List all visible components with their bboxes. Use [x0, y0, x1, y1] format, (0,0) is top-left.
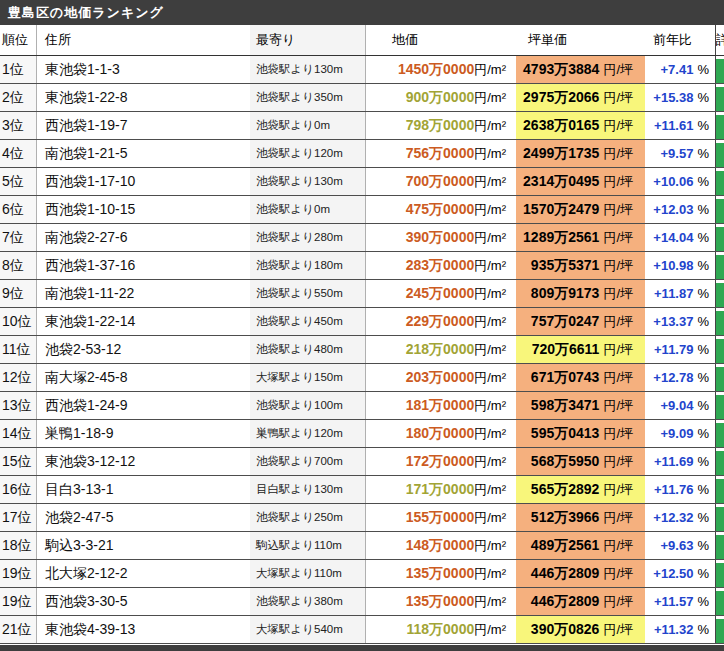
rank-cell: 16位 — [0, 476, 37, 503]
tsubo-value: 2499万1735 — [523, 145, 599, 163]
tsubo-unit: 円/坪 — [603, 201, 633, 219]
price-value: 155万0000 — [406, 509, 475, 527]
rank-cell: 18位 — [0, 532, 37, 559]
price-value: 283万0000 — [406, 257, 475, 275]
detail-cell — [716, 616, 724, 643]
rank-cell: 2位 — [0, 84, 37, 111]
price-cell: 229万0000円/m² — [366, 308, 516, 335]
price-cell: 148万0000円/m² — [366, 532, 516, 559]
address-cell: 南池袋1-11-22 — [37, 280, 250, 307]
price-unit: 円/m² — [474, 145, 506, 163]
detail-cell — [716, 196, 724, 223]
station-cell: 池袋駅より120m — [250, 140, 366, 167]
table-row: 13位西池袋1-24-9池袋駅より100m181万0000円/m²598万347… — [0, 392, 724, 420]
station-cell: 池袋駅より480m — [250, 336, 366, 363]
detail-button[interactable] — [716, 423, 724, 447]
table-row: 19位北大塚2-12-2大塚駅より110m135万0000円/m²446万280… — [0, 560, 724, 588]
detail-button[interactable] — [716, 619, 724, 643]
rank-cell: 4位 — [0, 140, 37, 167]
detail-button[interactable] — [716, 451, 724, 475]
yoy-value: +14.04 — [653, 230, 693, 245]
tsubo-value: 1289万2561 — [523, 229, 599, 247]
price-cell: 135万0000円/m² — [366, 588, 516, 615]
price-value: 475万0000 — [406, 201, 475, 219]
price-value: 245万0000 — [406, 285, 475, 303]
detail-button[interactable] — [716, 339, 724, 363]
price-value: 172万0000 — [406, 453, 475, 471]
price-unit: 円/m² — [474, 369, 506, 387]
detail-cell — [716, 168, 724, 195]
address-cell: 西池袋1-19-7 — [37, 112, 250, 139]
detail-button[interactable] — [716, 395, 724, 419]
detail-button[interactable] — [716, 199, 724, 223]
detail-button[interactable] — [716, 507, 724, 531]
yoy-value: +11.76 — [654, 482, 693, 497]
price-unit: 円/m² — [474, 117, 506, 135]
table-row: 8位西池袋1-37-16池袋駅より180m283万0000円/m²935万537… — [0, 252, 724, 280]
address-cell: 東池袋3-12-12 — [37, 448, 250, 475]
rank-cell: 6位 — [0, 196, 37, 223]
detail-cell — [716, 252, 724, 279]
detail-button[interactable] — [716, 87, 724, 111]
yoy-cell: +11.57% — [645, 588, 716, 615]
tsubo-price-cell: 935万5371円/坪 — [516, 252, 645, 279]
tsubo-unit: 円/坪 — [603, 537, 633, 555]
yoy-cell: +12.78% — [645, 364, 716, 391]
tsubo-unit: 円/坪 — [603, 117, 633, 135]
percent-sign: % — [697, 230, 709, 245]
yoy-value: +10.98 — [653, 258, 693, 273]
tsubo-price-cell: 2975万2066円/坪 — [516, 84, 645, 111]
price-unit: 円/m² — [474, 565, 506, 583]
price-value: 700万0000 — [406, 173, 475, 191]
price-unit: 円/m² — [474, 397, 506, 415]
price-value: 180万0000 — [406, 425, 475, 443]
price-unit: 円/m² — [474, 173, 506, 191]
address-cell: 巣鴨1-18-9 — [37, 420, 250, 447]
yoy-value: +12.32 — [653, 510, 693, 525]
detail-button[interactable] — [716, 479, 724, 503]
yoy-cell: +9.63% — [645, 532, 716, 559]
price-value: 171万0000 — [406, 481, 475, 499]
detail-button[interactable] — [716, 591, 724, 615]
tsubo-value: 512万3966 — [531, 509, 600, 527]
tsubo-price-cell: 809万9173円/坪 — [516, 280, 645, 307]
tsubo-value: 446万2809 — [531, 565, 600, 583]
station-cell: 池袋駅より130m — [250, 168, 366, 195]
detail-cell — [716, 364, 724, 391]
yoy-value: +9.09 — [661, 426, 694, 441]
table-row: 14位巣鴨1-18-9巣鴨駅より120m180万0000円/m²595万0413… — [0, 420, 724, 448]
price-cell: 283万0000円/m² — [366, 252, 516, 279]
detail-button[interactable] — [716, 255, 724, 279]
tsubo-price-cell: 568万5950円/坪 — [516, 448, 645, 475]
price-value: 135万0000 — [406, 565, 475, 583]
yoy-value: +7.41 — [661, 62, 694, 77]
col-header-station: 最寄り — [250, 25, 366, 55]
detail-button[interactable] — [716, 171, 724, 195]
rank-cell: 3位 — [0, 112, 37, 139]
tsubo-value: 568万5950 — [531, 453, 600, 471]
rank-cell: 8位 — [0, 252, 37, 279]
detail-button[interactable] — [716, 535, 724, 559]
detail-button[interactable] — [716, 283, 724, 307]
station-cell: 巣鴨駅より120m — [250, 420, 366, 447]
tsubo-value: 446万2809 — [531, 593, 600, 611]
price-cell: 171万0000円/m² — [366, 476, 516, 503]
detail-button[interactable] — [716, 59, 724, 83]
detail-cell — [716, 308, 724, 335]
price-cell: 390万0000円/m² — [366, 224, 516, 251]
price-cell: 181万0000円/m² — [366, 392, 516, 419]
address-cell: 東池袋4-39-13 — [37, 616, 250, 643]
yoy-value: +10.06 — [653, 174, 693, 189]
detail-button[interactable] — [716, 143, 724, 167]
tsubo-price-cell: 598万3471円/坪 — [516, 392, 645, 419]
percent-sign: % — [697, 62, 709, 77]
detail-cell — [716, 532, 724, 559]
yoy-value: +11.57 — [654, 594, 693, 609]
detail-button[interactable] — [716, 563, 724, 587]
tsubo-unit: 円/坪 — [603, 453, 633, 471]
detail-button[interactable] — [716, 115, 724, 139]
detail-button[interactable] — [716, 227, 724, 251]
detail-button[interactable] — [716, 367, 724, 391]
col-header-address: 住所 — [37, 25, 250, 55]
detail-button[interactable] — [716, 311, 724, 335]
